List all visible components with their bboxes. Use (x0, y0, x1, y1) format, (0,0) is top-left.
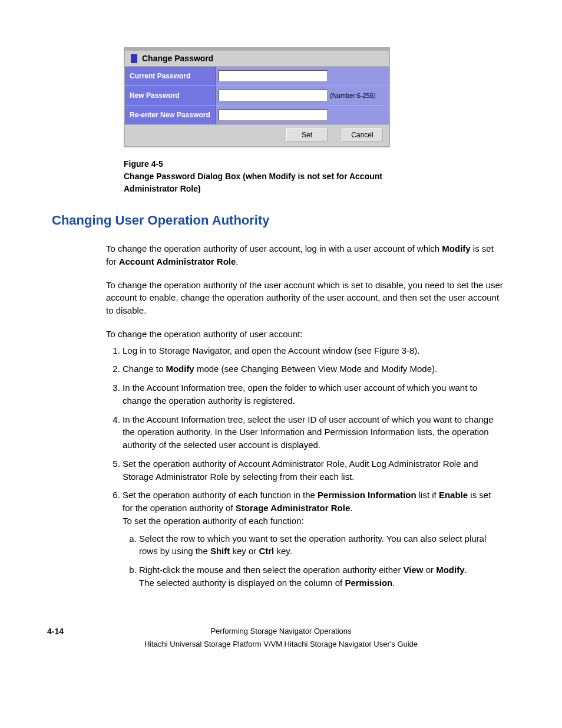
footer-line-1: Performing Storage Navigator Operations (210, 627, 351, 635)
title-bullet-icon (131, 54, 137, 63)
dialog-title: Change Password (142, 54, 213, 63)
step-1: Log in to Storage Navigator, and open th… (123, 344, 515, 357)
current-password-input[interactable] (219, 70, 328, 82)
figure-caption: Figure 4-5Change Password Dialog Box (wh… (124, 158, 491, 195)
set-button[interactable]: Set (286, 129, 328, 141)
paragraph-1: To change the operation authority of use… (106, 242, 503, 268)
current-password-row: Current Password (125, 67, 389, 86)
substep-b: Right-click the mouse and then select th… (139, 564, 503, 589)
substeps-list: Select the row to which you want to set … (123, 532, 503, 589)
figure-text: Change Password Dialog Box (when Modify … (124, 170, 418, 195)
section-heading: Changing User Operation Authority (52, 213, 515, 228)
reenter-password-input[interactable] (219, 109, 328, 121)
step-6: Set the operation authority of each func… (123, 489, 515, 589)
new-password-hint: (Number:6-256) (330, 92, 376, 99)
step-5: Set the operation authority of Account A… (123, 457, 515, 483)
new-password-label: New Password (125, 86, 216, 105)
substep-a: Select the row to which you want to set … (139, 532, 503, 558)
new-password-row: New Password (Number:6-256) (125, 86, 389, 106)
reenter-password-label: Re-enter New Password (125, 106, 216, 124)
current-password-label: Current Password (125, 67, 216, 85)
paragraph-2: To change the operation authority of the… (106, 279, 503, 317)
dialog-title-bar: Change Password (125, 51, 389, 67)
reenter-password-row: Re-enter New Password (125, 106, 389, 125)
figure-number: Figure 4-5 (124, 158, 201, 170)
dialog-button-row: Set Cancel (125, 125, 389, 146)
step-2: Change to Modify mode (see Changing Betw… (123, 363, 515, 375)
paragraph-3: To change the operation authority of use… (106, 328, 503, 341)
step-4: In the Account Information tree, select … (123, 413, 515, 452)
steps-list: Log in to Storage Navigator, and open th… (106, 344, 515, 589)
page-number: 4-14 (47, 625, 64, 639)
footer-line-2: Hitachi Universal Storage Platform V/VM … (144, 640, 418, 648)
cancel-button[interactable]: Cancel (342, 129, 383, 141)
page-footer: 4-14 Performing Storage Navigator Operat… (47, 625, 515, 651)
new-password-input[interactable] (219, 90, 328, 101)
step-3: In the Account Information tree, open th… (123, 381, 515, 407)
change-password-dialog-image: Change Password Current Password New Pas… (124, 47, 515, 147)
